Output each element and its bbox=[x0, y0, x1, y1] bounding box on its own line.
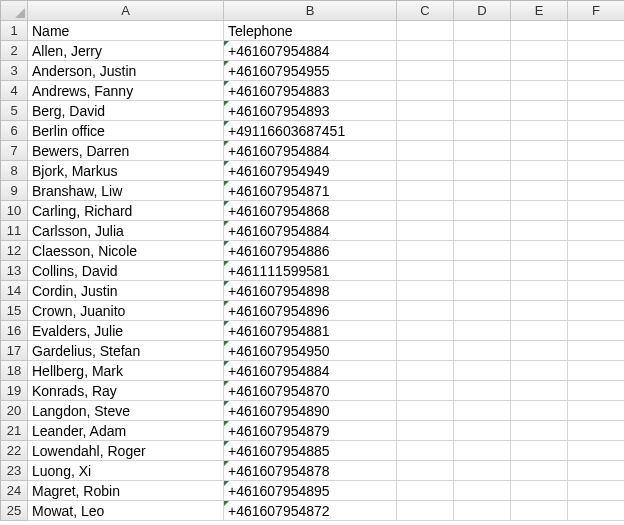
column-header-b[interactable]: B bbox=[224, 1, 397, 21]
cell-e12[interactable] bbox=[511, 241, 568, 261]
cell-e18[interactable] bbox=[511, 361, 568, 381]
cell-a9[interactable]: Branshaw, Liw bbox=[28, 181, 224, 201]
cell-f20[interactable] bbox=[568, 401, 624, 421]
column-header-c[interactable]: C bbox=[397, 1, 454, 21]
cell-a21[interactable]: Leander, Adam bbox=[28, 421, 224, 441]
cell-b18[interactable]: +461607954884 bbox=[224, 361, 397, 381]
cell-b20[interactable]: +461607954890 bbox=[224, 401, 397, 421]
cell-f3[interactable] bbox=[568, 61, 624, 81]
cell-e11[interactable] bbox=[511, 221, 568, 241]
cell-f9[interactable] bbox=[568, 181, 624, 201]
cell-c4[interactable] bbox=[397, 81, 454, 101]
cell-b1[interactable]: Telephone bbox=[224, 21, 397, 41]
cell-c3[interactable] bbox=[397, 61, 454, 81]
cell-f24[interactable] bbox=[568, 481, 624, 501]
cell-c23[interactable] bbox=[397, 461, 454, 481]
cell-c9[interactable] bbox=[397, 181, 454, 201]
cell-e19[interactable] bbox=[511, 381, 568, 401]
cell-a17[interactable]: Gardelius, Stefan bbox=[28, 341, 224, 361]
cell-e14[interactable] bbox=[511, 281, 568, 301]
row-header-16[interactable]: 16 bbox=[1, 321, 28, 341]
row-header-10[interactable]: 10 bbox=[1, 201, 28, 221]
row-header-9[interactable]: 9 bbox=[1, 181, 28, 201]
select-all-corner[interactable] bbox=[1, 1, 28, 21]
row-header-6[interactable]: 6 bbox=[1, 121, 28, 141]
row-header-7[interactable]: 7 bbox=[1, 141, 28, 161]
cell-d23[interactable] bbox=[454, 461, 511, 481]
cell-b10[interactable]: +461607954868 bbox=[224, 201, 397, 221]
cell-d1[interactable] bbox=[454, 21, 511, 41]
cell-f13[interactable] bbox=[568, 261, 624, 281]
cell-c22[interactable] bbox=[397, 441, 454, 461]
cell-b16[interactable]: +461607954881 bbox=[224, 321, 397, 341]
cell-d24[interactable] bbox=[454, 481, 511, 501]
cell-e16[interactable] bbox=[511, 321, 568, 341]
cell-d16[interactable] bbox=[454, 321, 511, 341]
cell-e23[interactable] bbox=[511, 461, 568, 481]
row-header-24[interactable]: 24 bbox=[1, 481, 28, 501]
cell-d6[interactable] bbox=[454, 121, 511, 141]
cell-e1[interactable] bbox=[511, 21, 568, 41]
cell-d13[interactable] bbox=[454, 261, 511, 281]
row-header-13[interactable]: 13 bbox=[1, 261, 28, 281]
cell-d14[interactable] bbox=[454, 281, 511, 301]
cell-e3[interactable] bbox=[511, 61, 568, 81]
cell-e8[interactable] bbox=[511, 161, 568, 181]
cell-a22[interactable]: Lowendahl, Roger bbox=[28, 441, 224, 461]
cell-e20[interactable] bbox=[511, 401, 568, 421]
cell-c24[interactable] bbox=[397, 481, 454, 501]
cell-c14[interactable] bbox=[397, 281, 454, 301]
row-header-22[interactable]: 22 bbox=[1, 441, 28, 461]
row-header-3[interactable]: 3 bbox=[1, 61, 28, 81]
row-header-14[interactable]: 14 bbox=[1, 281, 28, 301]
cell-b2[interactable]: +461607954884 bbox=[224, 41, 397, 61]
cell-a3[interactable]: Anderson, Justin bbox=[28, 61, 224, 81]
cell-a2[interactable]: Allen, Jerry bbox=[28, 41, 224, 61]
row-header-2[interactable]: 2 bbox=[1, 41, 28, 61]
cell-d20[interactable] bbox=[454, 401, 511, 421]
cell-a8[interactable]: Bjork, Markus bbox=[28, 161, 224, 181]
cell-f18[interactable] bbox=[568, 361, 624, 381]
cell-a7[interactable]: Bewers, Darren bbox=[28, 141, 224, 161]
cell-d18[interactable] bbox=[454, 361, 511, 381]
cell-f4[interactable] bbox=[568, 81, 624, 101]
cell-f21[interactable] bbox=[568, 421, 624, 441]
cell-e15[interactable] bbox=[511, 301, 568, 321]
cell-b8[interactable]: +461607954949 bbox=[224, 161, 397, 181]
cell-f25[interactable] bbox=[568, 501, 624, 521]
column-header-e[interactable]: E bbox=[511, 1, 568, 21]
cell-d22[interactable] bbox=[454, 441, 511, 461]
cell-e10[interactable] bbox=[511, 201, 568, 221]
column-header-a[interactable]: A bbox=[28, 1, 224, 21]
row-header-15[interactable]: 15 bbox=[1, 301, 28, 321]
cell-f2[interactable] bbox=[568, 41, 624, 61]
row-header-21[interactable]: 21 bbox=[1, 421, 28, 441]
cell-d9[interactable] bbox=[454, 181, 511, 201]
cell-d21[interactable] bbox=[454, 421, 511, 441]
cell-e24[interactable] bbox=[511, 481, 568, 501]
spreadsheet-grid[interactable]: ABCDEF1NameTelephone2Allen, Jerry+461607… bbox=[0, 0, 624, 521]
cell-c18[interactable] bbox=[397, 361, 454, 381]
cell-c2[interactable] bbox=[397, 41, 454, 61]
cell-f10[interactable] bbox=[568, 201, 624, 221]
cell-b13[interactable]: +461111599581 bbox=[224, 261, 397, 281]
cell-c13[interactable] bbox=[397, 261, 454, 281]
cell-f19[interactable] bbox=[568, 381, 624, 401]
cell-b17[interactable]: +461607954950 bbox=[224, 341, 397, 361]
cell-a13[interactable]: Collins, David bbox=[28, 261, 224, 281]
cell-a12[interactable]: Claesson, Nicole bbox=[28, 241, 224, 261]
cell-c10[interactable] bbox=[397, 201, 454, 221]
column-header-d[interactable]: D bbox=[454, 1, 511, 21]
cell-a1[interactable]: Name bbox=[28, 21, 224, 41]
cell-c7[interactable] bbox=[397, 141, 454, 161]
cell-d3[interactable] bbox=[454, 61, 511, 81]
cell-e2[interactable] bbox=[511, 41, 568, 61]
cell-b4[interactable]: +461607954883 bbox=[224, 81, 397, 101]
cell-f17[interactable] bbox=[568, 341, 624, 361]
cell-b15[interactable]: +461607954896 bbox=[224, 301, 397, 321]
cell-b21[interactable]: +461607954879 bbox=[224, 421, 397, 441]
cell-b22[interactable]: +461607954885 bbox=[224, 441, 397, 461]
cell-b25[interactable]: +461607954872 bbox=[224, 501, 397, 521]
cell-b9[interactable]: +461607954871 bbox=[224, 181, 397, 201]
cell-b11[interactable]: +461607954884 bbox=[224, 221, 397, 241]
